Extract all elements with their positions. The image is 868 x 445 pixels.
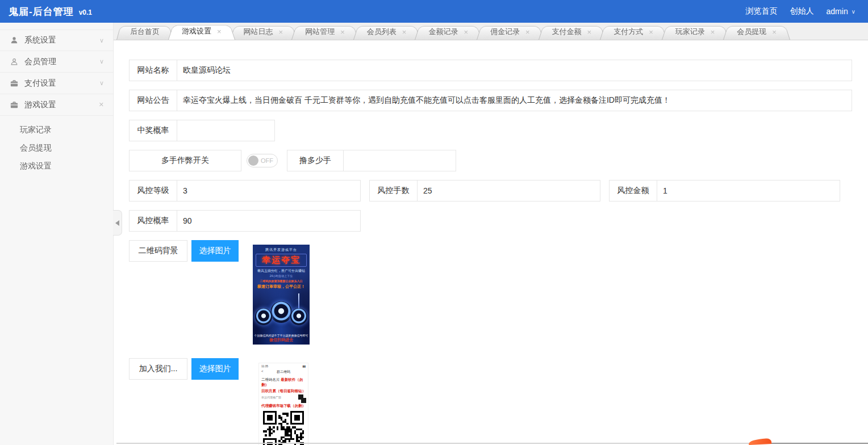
chevron-down-icon: ∨ [99, 79, 104, 87]
join-us-row: 加入我们... 选择图片 11:35 ▮▮ < 群二维码 二维码名片 最新软件（… [129, 358, 868, 445]
tab-game-settings[interactable]: 游戏设置 × [168, 23, 235, 40]
site-name-input[interactable] [177, 60, 852, 81]
hands-input[interactable] [344, 150, 456, 171]
phone-time: 11:35 [261, 364, 268, 368]
risk-row: 风控等级 风控手数 风控金额 [129, 180, 868, 201]
join-us-pick-image-button[interactable]: 选择图片 [191, 358, 239, 380]
sidebar-item-member-manage[interactable]: 会员管理 ∨ [0, 51, 113, 73]
win-rate-input[interactable] [177, 120, 275, 141]
qr-bg-label: 二维码背景 [129, 240, 187, 262]
tab-site-log[interactable]: 网站日志 × [230, 24, 297, 40]
site-notice-input[interactable] [177, 90, 852, 111]
sidebar-item-system-settings[interactable]: 系统设置 ∨ [0, 30, 113, 51]
horizontal-scrollbar-track[interactable] [116, 443, 770, 444]
tab-label: 支付金额 [552, 27, 582, 37]
phone-title: 群二维码 [277, 370, 290, 373]
app-icon [301, 398, 306, 403]
collapse-icon: ✕ [99, 101, 104, 108]
tab-label: 会员提现 [737, 27, 766, 37]
cheat-switch-toggle[interactable]: OFF [247, 154, 278, 167]
sidebar-subitem-player-records[interactable]: 玩家记录 [0, 120, 113, 138]
win-rate-group: 中奖概率 [129, 120, 868, 141]
poster-line3: 二维码失效请加最新公众娱乐入口 [253, 279, 310, 283]
join-us-label: 加入我们... [129, 358, 187, 380]
phone-line3: 幸运代理推广部 [259, 396, 308, 399]
poster-top-text: 腾讯开发游戏平台 [253, 247, 310, 253]
tab-bar: 后台首页 游戏设置 × 网站日志 × 网站管理 × 会员列表 × 金额记录 × … [114, 23, 868, 40]
risk-amount-label: 风控金额 [609, 180, 657, 201]
tab-label: 支付方式 [614, 27, 643, 37]
close-icon[interactable]: × [772, 28, 777, 36]
close-icon[interactable]: × [402, 28, 407, 36]
phone-line3-text: 幸运代理推广部 [261, 396, 281, 399]
qr-background-preview-image: 腾讯开发游戏平台 幸运夺宝 最高五级分红，推广可分百赚钻 24小时自动上下分 二… [253, 245, 310, 345]
user-menu[interactable]: admin ∨ [827, 7, 856, 16]
phone-signal-icon: ▮▮ [302, 364, 306, 368]
sidebar-item-label: 游戏设置 [24, 100, 99, 110]
tab-pay-method[interactable]: 支付方式 × [600, 24, 667, 40]
nav-founder[interactable]: 创始人 [790, 6, 814, 16]
brand-title: 鬼届-后台管理 [9, 5, 74, 18]
chevron-left-icon [115, 220, 119, 226]
qr-bg-pick-image-button[interactable]: 选择图片 [191, 240, 239, 262]
hands-label: 撸多少手 [287, 150, 344, 171]
site-notice-group: 网站公告 [129, 90, 868, 111]
toggle-knob [248, 156, 258, 166]
close-icon[interactable]: × [711, 28, 715, 36]
tab-member-list[interactable]: 会员列表 × [353, 24, 420, 40]
risk-level-input[interactable] [177, 180, 361, 201]
tab-amount-records[interactable]: 金额记录 × [415, 24, 482, 40]
risk-hands-group: 风控手数 [369, 180, 600, 201]
tab-site-manage[interactable]: 网站管理 × [291, 24, 358, 40]
top-header: 鬼届-后台管理 v0.1 浏览首页 创始人 admin ∨ [0, 0, 868, 23]
poster-line4: 极速订单审核，公平公正！ [253, 284, 310, 289]
site-name-group: 网站名称 [129, 60, 868, 81]
sidebar-item-label: 会员管理 [24, 57, 99, 67]
risk-rate-group: 风控概率 [129, 210, 868, 232]
win-rate-label: 中奖概率 [129, 120, 177, 141]
back-icon: < [261, 370, 264, 373]
nav-browse-home[interactable]: 浏览首页 [746, 6, 778, 16]
qr-code [263, 411, 304, 445]
close-icon[interactable]: × [340, 28, 345, 36]
sidebar: 系统设置 ∨ 会员管理 ∨ 支付设置 ∨ 游戏设置 ✕ 玩家记录 会员提现 游戏… [0, 23, 114, 445]
close-icon[interactable]: × [464, 28, 468, 36]
tab-player-records[interactable]: 玩家记录 × [662, 24, 729, 40]
username: admin [827, 7, 848, 16]
chevron-down-icon: ∨ [852, 9, 856, 15]
tab-home[interactable]: 后台首页 [116, 24, 173, 40]
sidebar-item-game-settings[interactable]: 游戏设置 ✕ [0, 94, 113, 116]
tab-pay-amount[interactable]: 支付金额 × [539, 24, 606, 40]
sidebar-item-label: 系统设置 [24, 35, 99, 45]
settings-form: 网站名称 网站公告 中奖概率 多手作弊开关 OFF 撸多少手 风控等级 [114, 40, 868, 445]
close-icon[interactable]: × [217, 27, 222, 36]
risk-rate-input[interactable] [177, 210, 361, 232]
cheat-switch-label: 多手作弊开关 [129, 150, 241, 171]
close-icon[interactable]: × [587, 28, 592, 36]
site-name-label: 网站名称 [129, 60, 177, 81]
sidebar-subitem-member-withdraw[interactable]: 会员提现 [0, 138, 113, 157]
poster-line2: 24小时自动上下分 [253, 274, 310, 278]
sidebar-collapse-handle[interactable] [113, 210, 122, 236]
tab-label: 网站管理 [305, 27, 335, 37]
tab-label: 会员列表 [367, 27, 397, 37]
phone-line4: 代理赚钱市场下载（勿删） [259, 404, 308, 409]
brand: 鬼届-后台管理 v0.1 [9, 5, 92, 18]
tab-label: 网站日志 [244, 27, 273, 37]
cheat-switch-row: 多手作弊开关 OFF 撸多少手 [129, 150, 868, 171]
main-area: 后台首页 游戏设置 × 网站日志 × 网站管理 × 会员列表 × 金额记录 × … [114, 23, 868, 445]
close-icon[interactable]: × [649, 28, 653, 36]
poster-title: 幸运夺宝 [256, 254, 307, 267]
horizontal-scrollbar-thumb[interactable] [770, 443, 868, 444]
close-icon[interactable]: × [279, 28, 283, 36]
tab-member-withdraw[interactable]: 会员提现 × [723, 24, 790, 40]
risk-hands-input[interactable] [418, 180, 600, 201]
speaker-icon [290, 308, 307, 325]
sidebar-item-payment-settings[interactable]: 支付设置 ∨ [0, 73, 113, 94]
close-icon[interactable]: × [525, 28, 530, 36]
tab-commission-records[interactable]: 佣金记录 × [477, 24, 544, 40]
sidebar-subitem-game-settings[interactable]: 游戏设置 [0, 157, 113, 175]
speaker-icon [270, 301, 292, 323]
risk-amount-input[interactable] [657, 180, 840, 201]
chevron-down-icon: ∨ [99, 58, 104, 65]
